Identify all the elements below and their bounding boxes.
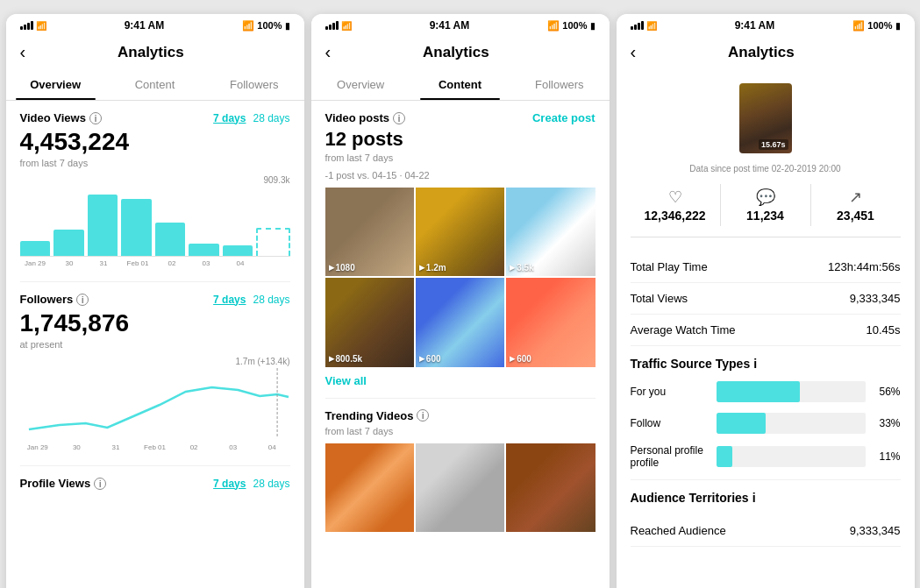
view-all-link[interactable]: View all [325,374,596,387]
filter-7days-pv[interactable]: 7 days [213,478,246,490]
stat-comments: 💬 11,234 [721,184,811,226]
grid-item-3[interactable]: ▶ 3.5k [506,188,595,276]
battery-icon-3: ▮ [895,21,901,31]
filter-28days-fol[interactable]: 28 days [253,294,289,306]
status-left-1: 📶 [20,21,46,31]
play-icon-2: ▶ [419,264,424,272]
traffic-label-fy: For you [631,386,710,398]
traffic-pct-pp: 11% [873,450,901,463]
tab-followers-2[interactable]: Followers [510,69,609,100]
stats-row: ♡ 12,346,222 💬 11,234 ↗ 23,451 [631,184,901,237]
grid-label-5: 600 [426,354,441,364]
traffic-label-fo: Follow [631,417,710,429]
info-icon-video-views[interactable]: i [89,112,102,124]
grid-item-4[interactable]: ▶ 800.5k [325,278,414,366]
chart-max-vv: 909.3k [20,175,290,185]
create-post-button[interactable]: Create post [532,111,596,124]
followers-label: Followers i [20,293,89,306]
content-1: Video Views i 7 days 28 days 4,453,224 f… [6,101,304,588]
info-icon-traffic[interactable]: i [753,357,757,371]
traffic-bar-bg-fy [717,381,866,402]
play-icon-4: ▶ [329,355,334,363]
back-button-3[interactable]: ‹ [631,42,637,62]
grid-label-4: 800.5k [336,354,363,364]
status-bar-3: 📶 9:41 AM 📶 100% ▮ [617,14,915,35]
trending-item-3[interactable] [506,443,595,532]
shares-count: 23,451 [837,209,874,223]
grid-label-6: 600 [517,354,531,364]
bar-4 [121,199,152,256]
play-icon-5: ▶ [419,355,424,363]
video-views-sub: from last 7 days [20,158,290,168]
bar-1 [20,241,51,256]
info-icon-vp[interactable]: i [393,112,405,124]
back-button-2[interactable]: ‹ [325,42,332,62]
grid-overlay-5: ▶ 600 [419,354,441,364]
filter-28days-vv[interactable]: 28 days [253,112,289,124]
info-icon-audience[interactable]: i [752,491,756,505]
info-icon-pv[interactable]: i [94,478,106,490]
trending-item-2[interactable] [416,443,504,532]
grid-item-6[interactable]: ▶ 600 [506,278,595,366]
tab-followers-1[interactable]: Followers [204,69,303,100]
metric-watch-time: Average Watch Time 10.45s [631,315,901,346]
status-right-2: 📶 100% ▮ [547,20,595,32]
play-icon-1: ▶ [329,264,334,272]
back-button-1[interactable]: ‹ [20,42,26,62]
metrics-list: Total Play Time 123h:44m:56s Total Views… [631,251,901,346]
bluetooth-icon-3: 📶 [852,20,865,32]
signal-bars-1 [20,21,33,30]
trending-item-1[interactable] [325,443,414,532]
time-2: 9:41 AM [430,19,470,32]
play-icon-3: ▶ [510,264,515,272]
grid-overlay-6: ▶ 600 [510,354,531,364]
metric-playtime: Total Play Time 123h:44m:56s [631,251,901,283]
comments-count: 11,234 [746,209,784,223]
profile-views-filters: 7 days 28 days [213,478,289,490]
comment-icon: 💬 [756,188,775,207]
traffic-bar-bg-pp [717,446,866,467]
bluetooth-icon-1: 📶 [242,20,254,32]
tab-content-2[interactable]: Content [410,69,510,100]
grid-item-2[interactable]: ▶ 1.2m [416,188,504,276]
battery-2: 100% [562,20,587,31]
filter-28days-pv[interactable]: 28 days [253,478,289,490]
filter-7days-fol[interactable]: 7 days [213,294,246,306]
wifi-icon-1: 📶 [36,21,46,31]
info-icon-trending[interactable]: i [417,409,429,422]
page-title-2: Analytics [338,44,574,61]
bar-5 [155,223,186,256]
grid-item-5[interactable]: ▶ 600 [416,278,504,366]
share-icon: ↗ [849,188,862,207]
grid-overlay-1: ▶ 1080 [329,263,355,273]
traffic-bar-bg-fo [717,413,866,434]
page-title-3: Analytics [643,44,879,61]
filter-7days-vv[interactable]: 7 days [213,112,246,124]
video-views-filters: 7 days 28 days [213,112,289,124]
traffic-bar-fill-fy [717,381,800,402]
bar-6 [189,244,219,256]
bar-7 [223,245,253,256]
phone-content: 📶 9:41 AM 📶 100% ▮ ‹ Analytics Overview … [311,14,610,588]
header-3: ‹ Analytics [617,35,915,69]
followers-sub: at present [20,339,290,350]
grid-item-1[interactable]: ▶ 1080 [325,188,414,276]
traffic-follow: Follow 33% [631,413,901,434]
battery-icon-1: ▮ [285,21,290,31]
video-posts-label: Video posts i [325,111,405,124]
header-2: ‹ Analytics [311,35,610,69]
status-bar-2: 📶 9:41 AM 📶 100% ▮ [311,14,610,35]
wifi-icon-2: 📶 [341,21,352,31]
data-since: Data since post time 02-20-2019 20:00 [631,164,901,174]
profile-views-header: Profile Views i 7 days 28 days [20,477,290,490]
tab-content-1[interactable]: Content [105,69,204,100]
info-icon-followers[interactable]: i [76,294,89,306]
metric-views: Total Views 9,333,345 [631,283,901,315]
tab-overview-1[interactable]: Overview [6,69,105,100]
reached-audience-row: Reached Audience 9,333,345 [631,515,901,547]
status-left-2: 📶 [325,21,352,31]
time-1: 9:41 AM [125,19,165,32]
battery-icon-2: ▮ [590,21,596,31]
tab-overview-2[interactable]: Overview [311,69,410,100]
signal-bars-3 [631,21,644,30]
